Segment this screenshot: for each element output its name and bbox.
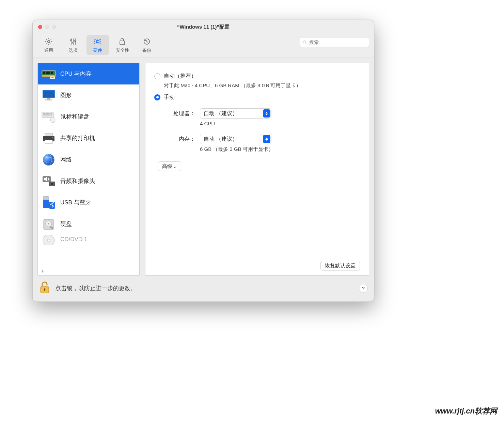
config-window: “Windows 11 (1)”配置 通用 选项 硬件 安全性 [32,20,374,302]
sidebar-item-shared-printers[interactable]: 共享的打印机 [38,127,139,149]
radio-manual-row[interactable]: 手动 [154,94,360,101]
memory-sublabel: 6 GB （最多 3 GB 可用于显卡） [200,146,360,153]
sidebar-item-label: 鼠标和键盘 [60,113,89,121]
monitor-icon [41,88,56,103]
toolbar-security[interactable]: 安全性 [111,35,133,55]
svg-point-36 [43,154,54,166]
auto-description: 对于此 Mac - 4 CPU、6 GB RAM （最多 3 GB 可用于显卡） [164,82,360,89]
sidebar-item-mouse-keyboard[interactable]: 鼠标和键盘 [38,106,139,127]
svg-rect-11 [48,72,50,74]
hardware-list: CPU CPU 与内存 图形 鼠标和键盘 [37,63,140,267]
sidebar-item-cd-dvd[interactable]: CD/DVD 1 [38,235,139,245]
toolbar: 通用 选项 硬件 安全性 备份 [33,34,374,58]
sidebar-item-label: CD/DVD 1 [60,236,87,243]
toolbar-hardware[interactable]: 硬件 [86,35,109,55]
sidebar-footer-spacer [58,267,139,275]
svg-rect-24 [47,113,48,114]
sidebar-item-label: 硬盘 [60,220,72,228]
restore-defaults-button[interactable]: 恢复默认设置 [320,261,360,270]
cpu-label: 处理器： [154,110,195,117]
svg-point-31 [50,117,55,123]
svg-rect-42 [44,197,48,200]
svg-rect-34 [45,140,52,143]
sidebar-item-hard-disk[interactable]: 硬盘 [38,213,139,235]
minimize-button[interactable] [45,25,49,29]
cpu-sublabel: 4 CPU [200,121,360,126]
svg-point-2 [73,42,74,43]
select-arrows-icon [263,109,270,118]
svg-point-35 [52,137,53,138]
close-button[interactable] [38,25,42,29]
toolbar-security-label: 安全性 [116,47,129,53]
toolbar-options-label: 选项 [69,47,78,53]
svg-point-50 [47,239,50,242]
printer-icon [41,131,56,146]
svg-rect-26 [50,113,51,114]
gear-icon [44,37,54,46]
svg-text:CPU: CPU [51,77,54,79]
svg-rect-29 [44,114,50,115]
cpu-row: 处理器： 自动 （建议） [154,108,360,119]
svg-point-1 [70,40,72,41]
maximize-button[interactable] [52,25,56,29]
advanced-button[interactable]: 高级... [158,161,181,171]
radio-manual-label: 手动 [164,94,175,101]
svg-rect-9 [43,72,45,74]
add-button[interactable]: + [38,267,48,275]
sidebar-item-label: 网络 [60,156,72,163]
svg-rect-19 [45,99,52,100]
svg-point-7 [303,41,306,43]
svg-rect-17 [43,91,54,97]
cpu-select[interactable]: 自动 （建议） [200,108,271,119]
sidebar-item-graphics[interactable]: 图形 [38,84,139,106]
svg-point-3 [75,40,76,42]
search-icon [303,40,307,45]
lock-icon[interactable] [39,281,50,295]
svg-rect-25 [48,113,49,114]
svg-point-41 [51,182,54,185]
svg-rect-6 [120,41,125,45]
svg-rect-53 [44,290,45,291]
radio-auto-row[interactable]: 自动（推荐） [154,73,360,80]
sidebar-item-sound-camera[interactable]: 音频和摄像头 [38,170,139,192]
body: CPU CPU 与内存 图形 鼠标和键盘 [33,58,374,276]
ram-icon: CPU [41,66,56,81]
help-button[interactable]: ? [359,284,368,293]
sidebar-item-usb-bluetooth[interactable]: USB 与蓝牙 [38,192,139,213]
toolbar-general[interactable]: 通用 [37,35,60,55]
remove-button[interactable]: − [48,267,58,275]
svg-rect-10 [46,72,48,74]
memory-row: 内存： 自动 （建议） [154,134,360,144]
history-icon [142,37,152,46]
sound-camera-icon [41,174,56,189]
lock-icon [117,37,127,46]
sidebar-footer: + − [37,267,140,276]
sidebar-item-label: 共享的打印机 [60,134,95,142]
svg-rect-12 [51,72,53,74]
sidebar-item-label: 图形 [60,91,72,99]
svg-rect-32 [45,133,52,136]
toolbar-backup-label: 备份 [142,47,151,53]
keyboard-mouse-icon [41,109,56,124]
svg-rect-30 [51,114,52,115]
sliders-icon [68,37,78,46]
sidebar-item-network[interactable]: 网络 [38,149,139,170]
bottom-bar: 点击锁，以防止进一步的更改。 ? [33,276,374,301]
window-controls [38,25,56,29]
radio-auto[interactable] [154,73,160,79]
content-panel: 自动（推荐） 对于此 Mac - 4 CPU、6 GB RAM （最多 3 GB… [145,63,369,276]
sidebar-item-cpu-memory[interactable]: CPU CPU 与内存 [38,63,139,84]
search-field[interactable] [300,37,369,47]
svg-rect-43 [43,200,49,208]
sidebar-item-label: USB 与蓝牙 [60,199,91,206]
cpu-select-value: 自动 （建议） [204,110,238,117]
svg-point-47 [48,223,49,224]
hard-disk-icon [41,217,56,232]
search-input[interactable] [309,40,366,45]
svg-rect-18 [47,98,50,99]
toolbar-backup[interactable]: 备份 [136,35,158,55]
svg-rect-27 [51,113,52,114]
toolbar-options[interactable]: 选项 [62,35,84,55]
radio-manual[interactable] [154,94,160,100]
memory-select[interactable]: 自动 （建议） [200,134,271,144]
